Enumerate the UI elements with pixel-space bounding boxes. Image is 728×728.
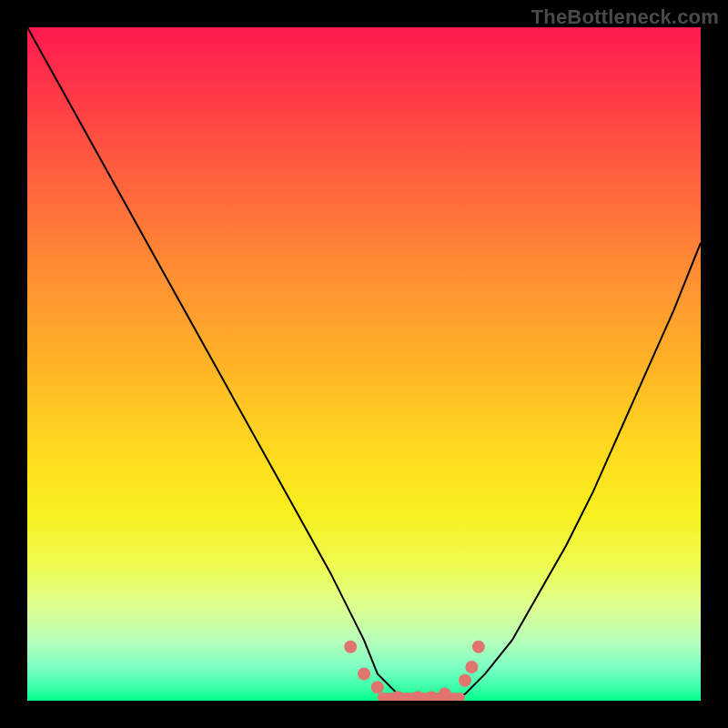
marker-dot (472, 641, 485, 653)
marker-dot (465, 661, 478, 673)
bottleneck-curve-svg (27, 27, 701, 701)
bottleneck-curve-path (27, 27, 701, 701)
marker-dot (439, 688, 451, 701)
marker-dot (459, 674, 471, 687)
marker-dot (411, 691, 424, 701)
outer-frame: TheBottleneck.com (0, 0, 728, 728)
marker-dot (391, 691, 404, 701)
marker-dot (358, 667, 370, 680)
watermark-text: TheBottleneck.com (531, 5, 719, 29)
marker-dot (371, 681, 384, 693)
marker-dot (425, 691, 438, 701)
plot-area (27, 27, 701, 701)
marker-group (344, 641, 485, 701)
marker-dot (344, 641, 357, 653)
